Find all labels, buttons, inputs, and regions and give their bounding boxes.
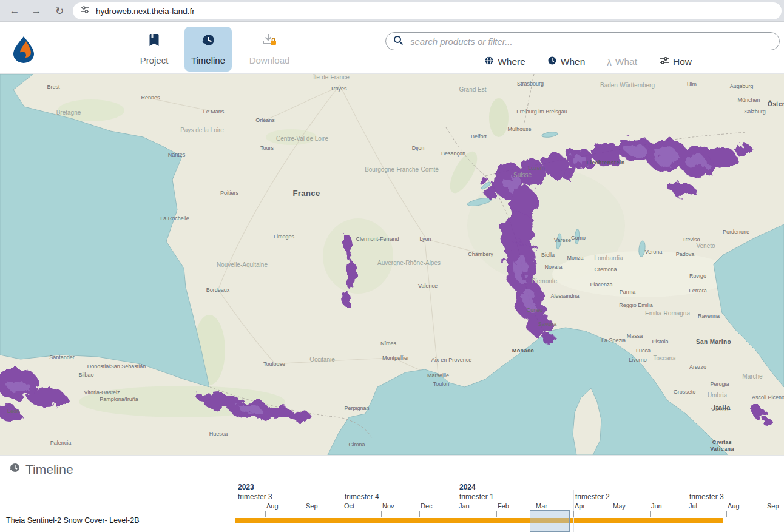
search-icon [393, 35, 404, 48]
lambda-icon: λ [607, 57, 612, 67]
timeline-month-tick [612, 511, 612, 517]
map-viewport[interactable]: BretagnePays de la LoireCentre-Val de Lo… [0, 74, 784, 455]
tab-project[interactable]: Project [130, 27, 178, 72]
browser-toolbar: ← → ↻ hydroweb.next.theia-land.fr [0, 0, 784, 22]
url-text: hydroweb.next.theia-land.fr [96, 7, 195, 16]
timeline-month-tick [766, 511, 766, 517]
timeline-month-tick [381, 511, 382, 517]
timeline-month-tick [458, 511, 458, 517]
filter-what-label: What [615, 56, 637, 67]
timeline-month-label: Sep [306, 502, 318, 510]
timeline-trimester-label: trimester 1 [459, 493, 494, 501]
timeline-month-label: Aug [266, 502, 279, 510]
search-input[interactable] [409, 36, 772, 47]
tab-timeline-label: Timeline [191, 55, 225, 66]
timeline-selection[interactable] [530, 510, 570, 532]
timeline-month-label: Apr [575, 502, 585, 510]
timeline-availability-bar[interactable] [235, 518, 723, 523]
timeline-month-label: Feb [498, 502, 509, 510]
map-canvas [0, 74, 784, 455]
journal-icon [147, 33, 161, 50]
filter-how-label: How [673, 56, 692, 67]
timeline-month-label: Jan [459, 502, 470, 510]
timeline-month-tick [726, 511, 727, 517]
timeline-month-tick [573, 511, 574, 517]
download-lock-icon [262, 33, 277, 50]
filter-when-label: When [561, 56, 586, 67]
filter-how[interactable]: How [659, 56, 692, 68]
timeline-month-tick [343, 511, 343, 517]
timeline-month-tick [688, 511, 688, 517]
timeline-month-label: May [613, 502, 626, 510]
timeline-month-label: Jun [651, 502, 662, 510]
timeline-month-label: Dec [421, 502, 433, 510]
timeline-month-tick [265, 511, 266, 517]
reload-icon[interactable]: ↻ [51, 2, 68, 19]
back-icon[interactable]: ← [6, 2, 23, 19]
timeline-month-label: Mar [536, 502, 547, 510]
timeline-trimester-label: trimester 3 [238, 493, 272, 501]
app-window: ← → ↻ hydroweb.next.theia-land.fr [0, 0, 784, 532]
timeline-month-tick [496, 511, 497, 517]
timeline-panel-title: Timeline [8, 462, 73, 477]
site-settings-icon[interactable] [80, 5, 90, 17]
timeline-product-label: Theia Sentinel-2 Snow Cover- Level-2B [6, 516, 140, 525]
hydroweb-logo[interactable] [10, 34, 38, 63]
globe-icon [484, 56, 494, 68]
filter-what: λ What [607, 56, 637, 67]
tab-download-label: Download [249, 55, 290, 66]
filter-where[interactable]: Where [484, 56, 525, 68]
clock-icon [547, 56, 557, 68]
forward-icon[interactable]: → [28, 2, 45, 19]
filter-where-label: Where [498, 56, 525, 67]
timeline-month-label: Aug [728, 502, 740, 510]
history-clock-icon [201, 33, 215, 50]
tune-icon [659, 56, 669, 68]
tab-download: Download [239, 27, 300, 72]
filter-row: Where When λ What How [484, 56, 692, 68]
timeline-year-label: 2023 [238, 483, 254, 491]
timeline-month-label: Jul [689, 502, 697, 510]
timeline-year-label: 2024 [459, 483, 476, 491]
app-header: Project Timeline [0, 22, 784, 74]
timeline-month-tick [535, 511, 535, 517]
filter-when[interactable]: When [547, 56, 586, 68]
timeline-trimester-label: trimester 3 [689, 493, 724, 501]
timeline-month-label: Oct [344, 502, 354, 510]
timeline-month-label: Sep [767, 502, 779, 510]
timeline-trimester-label: trimester 4 [345, 493, 379, 501]
timeline-month-label: Nov [382, 502, 394, 510]
timeline-month-tick [305, 511, 305, 517]
tab-project-label: Project [140, 55, 169, 66]
tab-timeline[interactable]: Timeline [184, 27, 232, 72]
search-bar[interactable] [385, 32, 780, 50]
timeline-trimester-label: trimester 2 [575, 493, 610, 501]
address-bar[interactable]: hydroweb.next.theia-land.fr [73, 2, 782, 19]
timeline-title-text: Timeline [25, 462, 73, 477]
timeline-month-tick [419, 511, 420, 517]
timeline-panel: Timeline Theia Sentinel-2 Snow Cover- Le… [0, 455, 784, 532]
timeline-month-tick [650, 511, 651, 517]
history-clock-icon [8, 462, 21, 477]
